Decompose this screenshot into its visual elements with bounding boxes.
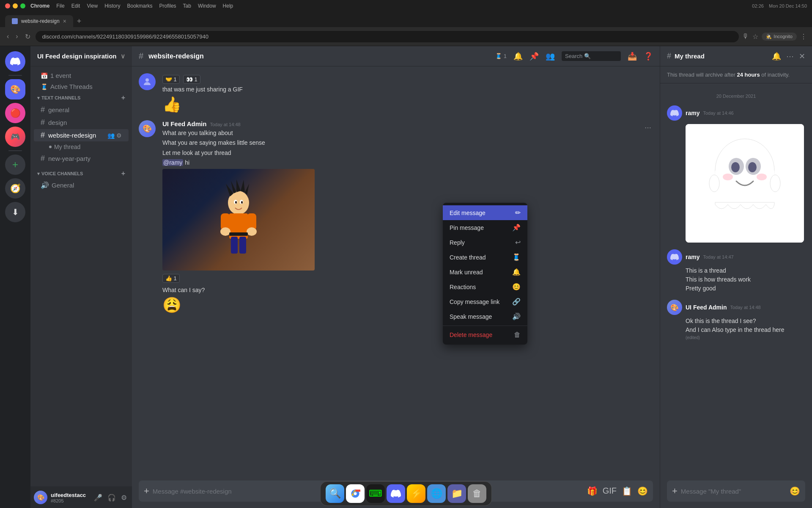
channel-website-redesign[interactable]: # website-redesign 👥 ⚙ bbox=[34, 129, 129, 141]
menu-window[interactable]: Window bbox=[198, 3, 216, 9]
reload-button[interactable]: ↻ bbox=[23, 31, 32, 42]
channel-new-year-party[interactable]: # new-year-party bbox=[34, 152, 129, 165]
thread-close-icon[interactable]: ✕ bbox=[799, 52, 805, 61]
message-more-options[interactable]: ⋯ bbox=[643, 122, 653, 133]
context-mark-unread[interactable]: Mark unread 🔔 bbox=[443, 265, 527, 279]
user-avatar: 🎨 bbox=[34, 491, 47, 504]
dock-trash[interactable]: 🗑 bbox=[468, 484, 486, 503]
sidebar-item-active-threads[interactable]: 🧵 Active Threads bbox=[34, 81, 129, 92]
dock-browser2[interactable]: 🌐 bbox=[427, 484, 446, 503]
context-delete-message[interactable]: Delete message 🗑 bbox=[443, 328, 527, 342]
new-tab-button[interactable]: + bbox=[73, 15, 85, 27]
menu-tab[interactable]: Tab bbox=[183, 3, 191, 9]
context-speak[interactable]: Speak message 🔊 bbox=[443, 309, 527, 324]
emoji-picker-icon[interactable]: 😊 bbox=[637, 486, 648, 496]
help-icon[interactable]: ❓ bbox=[644, 52, 653, 61]
menu-history[interactable]: History bbox=[104, 3, 120, 9]
active-tab[interactable]: website-redesign × bbox=[5, 15, 73, 27]
bookmark-star-icon[interactable]: ☆ bbox=[752, 33, 758, 41]
sidebar-item-events[interactable]: 📅 1 event bbox=[34, 70, 129, 81]
menu-file[interactable]: File bbox=[56, 3, 64, 9]
add-server-button[interactable]: + bbox=[5, 155, 25, 175]
dock-bolt[interactable]: ⚡ bbox=[407, 484, 425, 503]
context-item-label: Edit message bbox=[450, 210, 486, 216]
url-input[interactable]: discord.com/channels/922491180309159986/… bbox=[36, 31, 739, 42]
svg-point-10 bbox=[220, 227, 230, 236]
user-settings-button[interactable]: ⚙ bbox=[119, 492, 129, 503]
server-icon-3[interactable]: 🎮 bbox=[5, 127, 25, 147]
thread-my-thread[interactable]: My thread bbox=[34, 142, 129, 152]
forward-button[interactable]: › bbox=[14, 31, 19, 42]
context-create-thread[interactable]: Create thread 🧵 bbox=[443, 250, 527, 265]
dock-folder[interactable]: 📁 bbox=[447, 484, 466, 503]
clock: Mon 20 Dec 14:50 bbox=[769, 3, 807, 8]
context-reply[interactable]: Reply ↩ bbox=[443, 235, 527, 250]
tab-close-button[interactable]: × bbox=[63, 18, 66, 25]
attach-button[interactable]: + bbox=[144, 480, 149, 502]
explore-servers-icon[interactable]: 🧭 bbox=[5, 178, 25, 199]
menu-view[interactable]: View bbox=[87, 3, 98, 9]
text-channels-header[interactable]: ▾ TEXT CHANNELS + bbox=[30, 92, 132, 103]
server-icon-ui-feed[interactable]: 🎨 bbox=[5, 79, 25, 99]
context-edit-message[interactable]: Edit message ✏ bbox=[443, 205, 527, 220]
channel-header: # website-redesign 🧵 1 🔔 📌 👥 Search 🔍 📥 … bbox=[132, 46, 660, 66]
gift-icon[interactable]: 🎁 bbox=[587, 486, 598, 496]
maximize-button[interactable] bbox=[20, 3, 25, 8]
add-channel-button[interactable]: + bbox=[121, 94, 125, 102]
thread-message-input[interactable] bbox=[681, 483, 786, 500]
minimize-button[interactable] bbox=[13, 3, 18, 8]
inbox-icon[interactable]: 📥 bbox=[628, 52, 637, 61]
gif-icon[interactable]: GIF bbox=[603, 486, 617, 496]
voice-channels-header[interactable]: ▾ VOICE CHANNELS + bbox=[30, 168, 132, 179]
window-controls[interactable] bbox=[5, 3, 25, 8]
server-header[interactable]: UI Feed design inspiration ∨ bbox=[30, 46, 132, 66]
menu-help[interactable]: Help bbox=[223, 3, 233, 9]
add-voice-channel-button[interactable]: + bbox=[121, 170, 125, 177]
dock-chrome[interactable] bbox=[346, 484, 365, 503]
svg-marker-4 bbox=[236, 179, 241, 192]
reaction-badge[interactable]: 🤝 1 bbox=[162, 75, 180, 84]
dock-terminal[interactable]: ⌨ bbox=[366, 484, 385, 503]
channel-general[interactable]: # general bbox=[34, 104, 129, 116]
context-reactions[interactable]: Reactions 😊 bbox=[443, 279, 527, 294]
discord-home-icon[interactable] bbox=[5, 51, 25, 72]
thread-more-options-icon[interactable]: ⋯ bbox=[786, 52, 794, 61]
dock-finder[interactable]: 🔍 bbox=[326, 484, 344, 503]
reaction-badge[interactable]: 👀 1 bbox=[183, 75, 200, 84]
menu-edit[interactable]: Edit bbox=[71, 3, 80, 9]
deafen-button[interactable]: 🎧 bbox=[106, 492, 118, 503]
context-copy-link[interactable]: Copy message link 🔗 bbox=[443, 294, 527, 309]
thread-message-author: UI Feed Admin bbox=[686, 304, 727, 311]
close-button[interactable] bbox=[5, 3, 10, 8]
menu-profiles[interactable]: Profiles bbox=[159, 3, 176, 9]
mute-button[interactable]: 🎤 bbox=[92, 492, 104, 503]
search-box[interactable]: Search 🔍 bbox=[562, 51, 621, 61]
download-apps-icon[interactable]: ⬇ bbox=[5, 202, 25, 222]
context-item-label: Reply bbox=[450, 239, 465, 246]
reaction-badge-thumbs[interactable]: 👍 1 bbox=[162, 274, 180, 283]
thread-header-icon: # bbox=[667, 52, 671, 61]
server-icon-2[interactable]: 🔴 bbox=[5, 103, 25, 123]
members-list-icon[interactable]: 👥 bbox=[546, 52, 555, 61]
threads-count[interactable]: 🧵 1 bbox=[495, 53, 507, 59]
notifications-icon[interactable]: 🔔 bbox=[513, 52, 523, 61]
thread-emoji-button[interactable]: 😊 bbox=[790, 486, 800, 496]
pin-icon: 📌 bbox=[512, 224, 521, 232]
thread-notifications-icon[interactable]: 🔔 bbox=[772, 52, 781, 61]
back-button[interactable]: ‹ bbox=[5, 31, 11, 42]
more-options-icon[interactable]: ⋮ bbox=[800, 33, 807, 41]
channel-design[interactable]: # design bbox=[34, 116, 129, 129]
microphone-icon[interactable]: 🎙 bbox=[742, 33, 749, 41]
thread-attach-button[interactable]: + bbox=[672, 480, 678, 502]
settings-icon[interactable]: ⚙ bbox=[116, 132, 122, 139]
thread-panel: # My thread 🔔 ⋯ ✕ This thread will archi… bbox=[660, 46, 812, 508]
dock-discord[interactable] bbox=[387, 484, 405, 503]
sticker-icon[interactable]: 📋 bbox=[622, 486, 632, 496]
voice-channel-general[interactable]: 🔊 General bbox=[34, 179, 129, 191]
context-pin-message[interactable]: Pin message 📌 bbox=[443, 220, 527, 235]
menu-bookmarks[interactable]: Bookmarks bbox=[127, 3, 153, 9]
browser-toolbar: 🎙 ☆ 🕵 Incognito ⋮ bbox=[742, 33, 807, 41]
members-icon[interactable]: 👥 bbox=[107, 132, 115, 139]
hashtag-icon: # bbox=[41, 131, 45, 140]
pinned-messages-icon[interactable]: 📌 bbox=[529, 52, 539, 61]
